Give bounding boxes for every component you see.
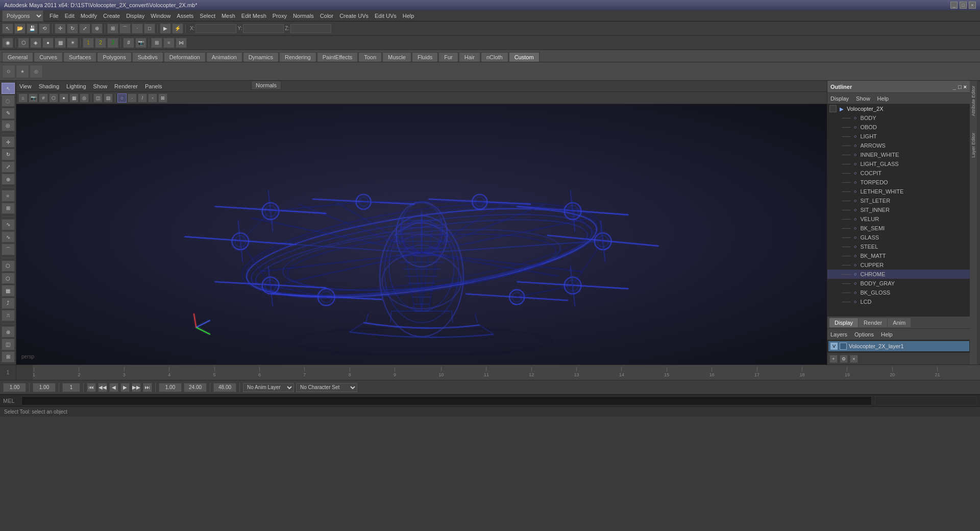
transport-play-btn[interactable]: ▶	[120, 383, 130, 392]
menu-color[interactable]: Color	[320, 13, 333, 19]
outliner-item-CHROME[interactable]: —— ○ CHROME	[827, 270, 970, 279]
layer-menu-options[interactable]: Options	[854, 331, 874, 337]
layer-tab-render[interactable]: Render	[859, 318, 887, 327]
shelf-tab-subdivs[interactable]: Subdivs	[132, 52, 163, 62]
outliner-item-VELUR[interactable]: —— ○ VELUR	[827, 214, 970, 224]
tool-xray[interactable]: ◫	[2, 339, 15, 350]
shelf-tab-toon[interactable]: Toon	[358, 52, 382, 62]
outliner-item-INNER_WHITE[interactable]: —— ○ INNER_WHITE	[827, 150, 970, 159]
cmd-input[interactable]	[21, 396, 872, 405]
btn-qual-low[interactable]: 1	[83, 38, 94, 48]
shelf-tab-polygons[interactable]: Polygons	[97, 52, 131, 62]
vp-btn-isolate[interactable]: ◎	[80, 93, 89, 103]
outliner-item-BK_SEMI[interactable]: —— ○ BK_SEMI	[827, 224, 970, 233]
menu-file[interactable]: File	[50, 13, 59, 19]
shelf-icon-2[interactable]: ★	[16, 65, 29, 78]
shelf-tab-dynamics[interactable]: Dynamics	[243, 52, 279, 62]
outliner-item-SIT_LETER[interactable]: —— ○ SIT_LETER	[827, 196, 970, 205]
shelf-tab-custom[interactable]: Custom	[509, 52, 540, 62]
outliner-maximize[interactable]: □	[958, 84, 962, 90]
menu-create-uvs[interactable]: Create UVs	[339, 13, 369, 19]
vp-btn-camera[interactable]: 📷	[29, 93, 38, 103]
outliner-item-OBOD[interactable]: —— ○ OBOD	[827, 123, 970, 132]
shelf-tab-hair[interactable]: Hair	[459, 52, 480, 62]
layer-del-btn[interactable]: ×	[850, 355, 858, 363]
anim-layer-select[interactable]: No Anim Layer	[243, 383, 294, 392]
layer-menu-layers[interactable]: Layers	[830, 331, 847, 337]
layer-editor-tab[interactable]: Layer Editor	[970, 130, 977, 161]
btn-pan-zoom[interactable]: ⊞	[151, 38, 162, 48]
outliner-menu-help[interactable]: Help	[877, 95, 889, 102]
range-end-input[interactable]	[184, 383, 207, 392]
outliner-item-STEEL[interactable]: —— ○ STEEL	[827, 242, 970, 251]
outliner-item-CUPPER[interactable]: —— ○ CUPPER	[827, 260, 970, 270]
layer-new-btn[interactable]: +	[829, 355, 838, 363]
tool-select-btn[interactable]: ↖	[2, 83, 15, 94]
btn-shade[interactable]: ●	[42, 38, 54, 48]
tool-snap-point[interactable]: ·	[132, 23, 143, 34]
vp-btn-grid[interactable]: #	[39, 93, 48, 103]
transport-start-btn[interactable]: ⏮	[87, 383, 96, 392]
tool-arc[interactable]: ⌒	[2, 244, 15, 255]
menu-edit-mesh[interactable]: Edit Mesh	[241, 13, 266, 19]
vp-menu-renderer[interactable]: Renderer	[114, 83, 138, 89]
tool-bridge[interactable]: ⎍	[2, 310, 15, 321]
vp-btn-home[interactable]: ⌂	[18, 93, 28, 103]
menu-display[interactable]: Display	[126, 13, 144, 19]
vp-menu-lighting[interactable]: Lighting	[66, 83, 86, 89]
menu-modify[interactable]: Modify	[81, 13, 97, 19]
tool-snap-view[interactable]: □	[144, 23, 155, 34]
shelf-tab-ncloth[interactable]: nCloth	[481, 52, 508, 62]
minimize-btn[interactable]: _	[950, 2, 958, 9]
normals-viewport-tab[interactable]: Normals	[251, 81, 281, 90]
tool-render[interactable]: ▶	[160, 23, 171, 34]
transform-x[interactable]	[195, 24, 236, 33]
vp-btn-sel-face[interactable]: ▫	[148, 93, 157, 103]
outliner-close[interactable]: ×	[964, 84, 967, 90]
outliner-item-BK_GLOSS[interactable]: —— ○ BK_GLOSS	[827, 288, 970, 297]
tool-edge-loop[interactable]: ▦	[2, 285, 15, 296]
menu-proxy[interactable]: Proxy	[273, 13, 287, 19]
shelf-tab-rendering[interactable]: Rendering	[279, 52, 316, 62]
shelf-tab-curves[interactable]: Curves	[34, 52, 63, 62]
btn-history-on[interactable]: ◉	[2, 38, 13, 48]
menu-create[interactable]: Create	[103, 13, 120, 19]
transform-z[interactable]	[290, 24, 331, 33]
outliner-minimize[interactable]: _	[953, 84, 956, 90]
timeline-ruler[interactable]: 12345678910111213141516171819202122	[33, 365, 980, 380]
vp-btn-wire[interactable]: ⬡	[49, 93, 58, 103]
menu-edit[interactable]: Edit	[65, 13, 75, 19]
outliner-item-ARROWS[interactable]: —— ○ ARROWS	[827, 141, 970, 150]
outliner-item-BODY_GRAY[interactable]: —— ○ BODY_GRAY	[827, 279, 970, 288]
tool-open[interactable]: 📂	[14, 23, 26, 34]
shelf-icon-3[interactable]: ◎	[30, 65, 43, 78]
btn-qual-high[interactable]: 3	[107, 38, 118, 48]
key-frame-input[interactable]	[62, 383, 80, 392]
menu-window[interactable]: Window	[151, 13, 170, 19]
vp-menu-show[interactable]: Show	[93, 83, 108, 89]
outliner-item-LETHER_WHITE[interactable]: —— ○ LETHER_WHITE	[827, 187, 970, 196]
window-controls[interactable]: _ □ ×	[950, 2, 976, 9]
range-start-input[interactable]	[159, 383, 182, 392]
vp-btn-texture[interactable]: ▦	[69, 93, 79, 103]
outliner-window-controls[interactable]: _ □ ×	[953, 84, 967, 90]
outliner-item-SIT_INNER[interactable]: —— ○ SIT_INNER	[827, 205, 970, 214]
menu-mesh[interactable]: Mesh	[222, 13, 235, 19]
layer-tab-anim[interactable]: Anim	[888, 318, 911, 327]
outliner-item-volocopter[interactable]: ▶ Volocopter_2X	[827, 104, 970, 113]
tool-ipr[interactable]: ⚡	[172, 23, 183, 34]
outliner-vis-volocopter[interactable]	[829, 105, 837, 112]
frame-step-input[interactable]	[33, 383, 56, 392]
maximize-btn[interactable]: □	[960, 2, 967, 9]
transport-prev-btn[interactable]: ◀	[109, 383, 118, 392]
tool-sculpt[interactable]: ◎	[2, 120, 15, 131]
tool-axis[interactable]: ⊛	[2, 326, 15, 337]
tool-scale-btn[interactable]: ⤢	[2, 161, 15, 173]
vp-menu-panels[interactable]: Panels	[145, 83, 162, 89]
vp-btn-sel-edge[interactable]: /	[138, 93, 147, 103]
mode-selector[interactable]: Polygons Surfaces Dynamics Rendering Ani…	[2, 10, 43, 21]
vp-btn-shaded[interactable]: ●	[59, 93, 68, 103]
vp-menu-view[interactable]: View	[19, 83, 32, 89]
vp-btn-sel-obj[interactable]: ○	[117, 93, 127, 103]
btn-grid[interactable]: #	[123, 38, 134, 48]
